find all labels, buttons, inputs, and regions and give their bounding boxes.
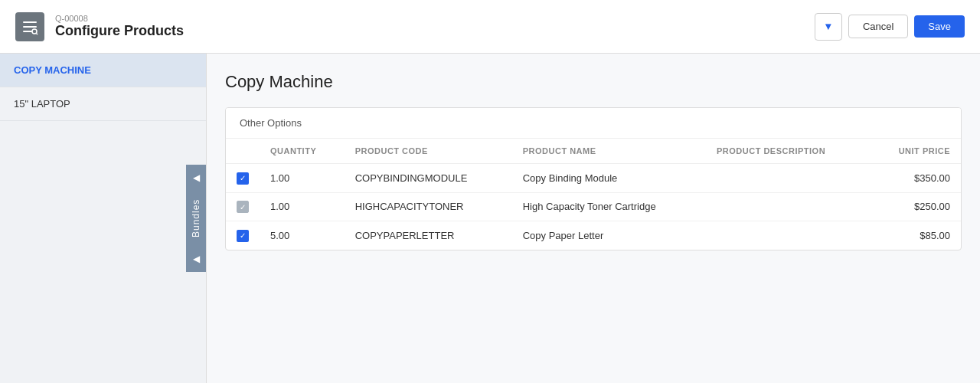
- col-product-code: PRODUCT CODE: [345, 139, 512, 164]
- product-code-cell: COPYPAPERLETTER: [345, 221, 512, 250]
- svg-rect-1: [23, 26, 37, 28]
- header-left: Q-00008 Configure Products: [15, 12, 184, 41]
- title-block: Q-00008 Configure Products: [55, 14, 184, 39]
- filter-button[interactable]: ▼: [815, 13, 842, 41]
- filter-icon: ▼: [823, 21, 833, 32]
- main-content: Copy Machine Other Options QUANTITY PROD…: [207, 54, 980, 383]
- header: Q-00008 Configure Products ▼ Cancel Save: [0, 0, 980, 54]
- configure-icon: [15, 12, 44, 41]
- unit-price-cell: $85.00: [869, 221, 961, 250]
- quantity-cell: 1.00: [260, 192, 345, 221]
- checkbox-cell[interactable]: ✓: [226, 192, 260, 221]
- header-actions: ▼ Cancel Save: [815, 13, 965, 41]
- sidebar: COPY MACHINE 15" LAPTOP ◀ Bundles ◀: [0, 54, 207, 383]
- svg-point-3: [32, 29, 37, 34]
- product-description-cell: [706, 192, 869, 221]
- table-row: ✓1.00HIGHCAPACITYTONERHigh Capacity Tone…: [226, 192, 961, 221]
- product-description-cell: [706, 221, 869, 250]
- unit-price-cell: $350.00: [869, 164, 961, 193]
- product-description-cell: [706, 164, 869, 193]
- section-title: Other Options: [226, 108, 961, 139]
- page-title-header: Configure Products: [55, 23, 184, 39]
- cancel-button[interactable]: Cancel: [848, 15, 908, 38]
- layout: COPY MACHINE 15" LAPTOP ◀ Bundles ◀ Copy…: [0, 54, 980, 383]
- checkbox-cell[interactable]: ✓: [226, 164, 260, 193]
- options-table: QUANTITY PRODUCT CODE PRODUCT NAME PRODU…: [226, 139, 961, 250]
- checkbox-partial[interactable]: ✓: [237, 201, 249, 213]
- checkbox-checked[interactable]: ✓: [237, 230, 249, 242]
- quantity-cell: 5.00: [260, 221, 345, 250]
- svg-line-4: [37, 33, 38, 34]
- col-product-name: PRODUCT NAME: [512, 139, 706, 164]
- bundles-arrow-top[interactable]: ◀: [193, 172, 200, 183]
- table-row: ✓1.00COPYBINDINGMODULECopy Binding Modul…: [226, 164, 961, 193]
- table-row: ✓5.00COPYPAPERLETTERCopy Paper Letter$85…: [226, 221, 961, 250]
- col-unit-price: UNIT PRICE: [869, 139, 961, 164]
- product-code-cell: HIGHCAPACITYTONER: [345, 192, 512, 221]
- bundles-label: Bundles: [191, 183, 201, 254]
- checkbox-cell[interactable]: ✓: [226, 221, 260, 250]
- col-checkbox: [226, 139, 260, 164]
- quote-number: Q-00008: [55, 14, 184, 23]
- checkbox-checked[interactable]: ✓: [237, 172, 249, 185]
- product-name-cell: Copy Binding Module: [512, 164, 706, 193]
- svg-rect-2: [23, 31, 32, 32]
- bundles-arrow-bottom[interactable]: ◀: [193, 254, 200, 264]
- save-button[interactable]: Save: [914, 15, 965, 38]
- product-name-cell: High Capacity Toner Cartridge: [512, 192, 706, 221]
- sidebar-item-copy-machine[interactable]: COPY MACHINE: [0, 54, 206, 87]
- options-card: Other Options QUANTITY PRODUCT CODE PROD…: [225, 107, 962, 250]
- col-product-description: PRODUCT DESCRIPTION: [706, 139, 869, 164]
- bundles-panel: ◀ Bundles ◀: [186, 165, 206, 272]
- product-code-cell: COPYBINDINGMODULE: [345, 164, 512, 193]
- svg-rect-0: [23, 21, 37, 23]
- product-page-title: Copy Machine: [225, 72, 962, 92]
- sidebar-item-laptop[interactable]: 15" LAPTOP: [0, 87, 206, 121]
- table-header-row: QUANTITY PRODUCT CODE PRODUCT NAME PRODU…: [226, 139, 961, 164]
- product-name-cell: Copy Paper Letter: [512, 221, 706, 250]
- unit-price-cell: $250.00: [869, 192, 961, 221]
- col-quantity: QUANTITY: [260, 139, 345, 164]
- quantity-cell: 1.00: [260, 164, 345, 193]
